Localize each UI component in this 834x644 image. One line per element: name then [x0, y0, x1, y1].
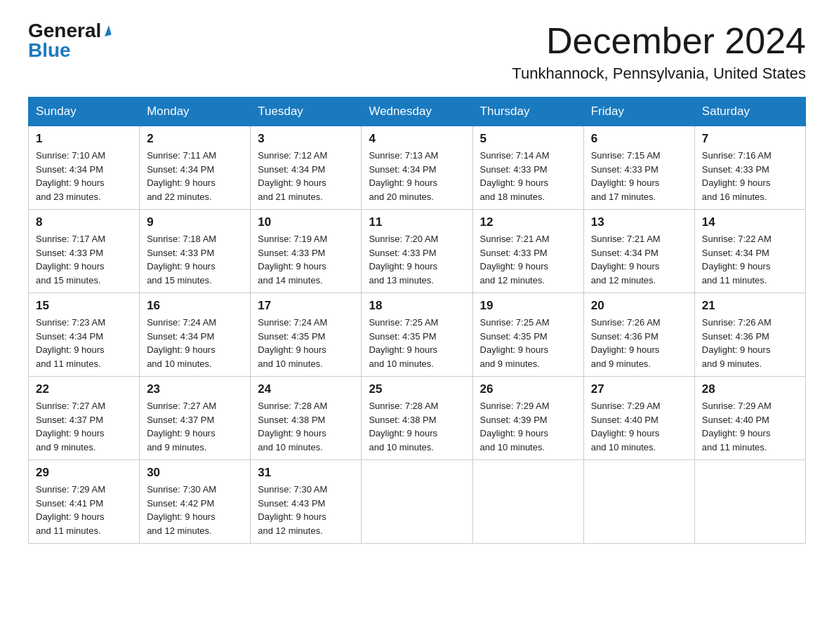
calendar-cell: 31Sunrise: 7:30 AMSunset: 4:43 PMDayligh…: [251, 460, 362, 544]
day-info: Sunrise: 7:16 AMSunset: 4:33 PMDaylight:…: [702, 149, 798, 203]
calendar-cell: 9Sunrise: 7:18 AMSunset: 4:33 PMDaylight…: [140, 210, 251, 293]
calendar-cell: 7Sunrise: 7:16 AMSunset: 4:33 PMDaylight…: [694, 126, 805, 210]
month-title: December 2024: [512, 21, 806, 61]
day-info: Sunrise: 7:23 AMSunset: 4:34 PMDaylight:…: [36, 316, 132, 370]
calendar-cell: 12Sunrise: 7:21 AMSunset: 4:33 PMDayligh…: [472, 210, 583, 293]
calendar-cell: [694, 460, 805, 544]
day-info: Sunrise: 7:12 AMSunset: 4:34 PMDaylight:…: [258, 149, 354, 203]
day-info: Sunrise: 7:27 AMSunset: 4:37 PMDaylight:…: [36, 399, 132, 454]
logo-triangle-icon: [102, 25, 112, 36]
calendar-cell: [583, 460, 694, 544]
logo-general-text: General: [28, 21, 101, 41]
day-number: 7: [702, 132, 798, 146]
weekday-header-wednesday: Wednesday: [362, 98, 472, 126]
week-row-2: 8Sunrise: 7:17 AMSunset: 4:33 PMDaylight…: [29, 210, 806, 293]
weekday-header-friday: Friday: [583, 98, 694, 126]
calendar-cell: 8Sunrise: 7:17 AMSunset: 4:33 PMDaylight…: [29, 210, 140, 293]
logo: General Blue: [28, 21, 110, 60]
calendar-cell: 24Sunrise: 7:28 AMSunset: 4:38 PMDayligh…: [251, 377, 362, 460]
calendar-cell: 30Sunrise: 7:30 AMSunset: 4:42 PMDayligh…: [140, 460, 251, 544]
calendar-cell: 16Sunrise: 7:24 AMSunset: 4:34 PMDayligh…: [140, 293, 251, 377]
calendar-cell: 18Sunrise: 7:25 AMSunset: 4:35 PMDayligh…: [362, 293, 472, 377]
weekday-header-row: SundayMondayTuesdayWednesdayThursdayFrid…: [29, 98, 806, 126]
calendar-cell: 21Sunrise: 7:26 AMSunset: 4:36 PMDayligh…: [694, 293, 805, 377]
day-number: 6: [591, 132, 687, 146]
day-info: Sunrise: 7:29 AMSunset: 4:39 PMDaylight:…: [480, 399, 576, 454]
day-info: Sunrise: 7:17 AMSunset: 4:33 PMDaylight:…: [36, 232, 132, 287]
day-info: Sunrise: 7:10 AMSunset: 4:34 PMDaylight:…: [36, 149, 132, 203]
day-number: 25: [369, 382, 465, 396]
day-info: Sunrise: 7:25 AMSunset: 4:35 PMDaylight:…: [480, 316, 576, 370]
day-info: Sunrise: 7:19 AMSunset: 4:33 PMDaylight:…: [258, 232, 354, 287]
day-info: Sunrise: 7:28 AMSunset: 4:38 PMDaylight:…: [258, 399, 354, 454]
day-info: Sunrise: 7:29 AMSunset: 4:40 PMDaylight:…: [591, 399, 687, 454]
day-number: 4: [369, 132, 465, 146]
day-number: 21: [702, 299, 798, 313]
calendar-cell: 23Sunrise: 7:27 AMSunset: 4:37 PMDayligh…: [140, 377, 251, 460]
day-number: 18: [369, 299, 465, 313]
day-number: 23: [147, 382, 243, 396]
weekday-header-thursday: Thursday: [472, 98, 583, 126]
day-info: Sunrise: 7:18 AMSunset: 4:33 PMDaylight:…: [147, 232, 243, 287]
logo-blue-text: Blue: [28, 41, 71, 60]
day-number: 22: [36, 382, 132, 396]
week-row-1: 1Sunrise: 7:10 AMSunset: 4:34 PMDaylight…: [29, 126, 806, 210]
calendar-cell: 1Sunrise: 7:10 AMSunset: 4:34 PMDaylight…: [29, 126, 140, 210]
day-info: Sunrise: 7:21 AMSunset: 4:33 PMDaylight:…: [480, 232, 576, 287]
day-number: 12: [480, 215, 576, 229]
calendar-cell: 22Sunrise: 7:27 AMSunset: 4:37 PMDayligh…: [29, 377, 140, 460]
day-number: 15: [36, 299, 132, 313]
calendar-cell: 25Sunrise: 7:28 AMSunset: 4:38 PMDayligh…: [362, 377, 472, 460]
calendar-cell: 17Sunrise: 7:24 AMSunset: 4:35 PMDayligh…: [251, 293, 362, 377]
day-info: Sunrise: 7:29 AMSunset: 4:41 PMDaylight:…: [36, 483, 132, 537]
day-number: 11: [369, 215, 465, 229]
week-row-5: 29Sunrise: 7:29 AMSunset: 4:41 PMDayligh…: [29, 460, 806, 544]
calendar-cell: 13Sunrise: 7:21 AMSunset: 4:34 PMDayligh…: [583, 210, 694, 293]
weekday-header-saturday: Saturday: [694, 98, 805, 126]
day-info: Sunrise: 7:14 AMSunset: 4:33 PMDaylight:…: [480, 149, 576, 203]
day-info: Sunrise: 7:24 AMSunset: 4:35 PMDaylight:…: [258, 316, 354, 370]
day-info: Sunrise: 7:22 AMSunset: 4:34 PMDaylight:…: [702, 232, 798, 287]
day-number: 24: [258, 382, 354, 396]
calendar-cell: 20Sunrise: 7:26 AMSunset: 4:36 PMDayligh…: [583, 293, 694, 377]
day-number: 28: [702, 382, 798, 396]
calendar-cell: [472, 460, 583, 544]
calendar-cell: 28Sunrise: 7:29 AMSunset: 4:40 PMDayligh…: [694, 377, 805, 460]
day-number: 17: [258, 299, 354, 313]
day-number: 13: [591, 215, 687, 229]
day-number: 27: [591, 382, 687, 396]
day-info: Sunrise: 7:15 AMSunset: 4:33 PMDaylight:…: [591, 149, 687, 203]
weekday-header-tuesday: Tuesday: [251, 98, 362, 126]
calendar-cell: 14Sunrise: 7:22 AMSunset: 4:34 PMDayligh…: [694, 210, 805, 293]
title-area: December 2024 Tunkhannock, Pennsylvania,…: [512, 21, 806, 83]
week-row-4: 22Sunrise: 7:27 AMSunset: 4:37 PMDayligh…: [29, 377, 806, 460]
day-info: Sunrise: 7:30 AMSunset: 4:43 PMDaylight:…: [258, 483, 354, 537]
day-info: Sunrise: 7:26 AMSunset: 4:36 PMDaylight:…: [591, 316, 687, 370]
day-info: Sunrise: 7:30 AMSunset: 4:42 PMDaylight:…: [147, 483, 243, 537]
day-number: 2: [147, 132, 243, 146]
day-info: Sunrise: 7:29 AMSunset: 4:40 PMDaylight:…: [702, 399, 798, 454]
calendar-table: SundayMondayTuesdayWednesdayThursdayFrid…: [28, 97, 806, 544]
day-info: Sunrise: 7:20 AMSunset: 4:33 PMDaylight:…: [369, 232, 465, 287]
day-info: Sunrise: 7:11 AMSunset: 4:34 PMDaylight:…: [147, 149, 243, 203]
calendar-cell: 3Sunrise: 7:12 AMSunset: 4:34 PMDaylight…: [251, 126, 362, 210]
day-number: 9: [147, 215, 243, 229]
calendar-cell: 11Sunrise: 7:20 AMSunset: 4:33 PMDayligh…: [362, 210, 472, 293]
calendar-cell: [362, 460, 472, 544]
day-number: 5: [480, 132, 576, 146]
calendar-cell: 10Sunrise: 7:19 AMSunset: 4:33 PMDayligh…: [251, 210, 362, 293]
calendar-cell: 2Sunrise: 7:11 AMSunset: 4:34 PMDaylight…: [140, 126, 251, 210]
day-number: 31: [258, 466, 354, 480]
calendar-cell: 26Sunrise: 7:29 AMSunset: 4:39 PMDayligh…: [472, 377, 583, 460]
day-number: 14: [702, 215, 798, 229]
location-title: Tunkhannock, Pennsylvania, United States: [512, 65, 806, 83]
calendar-cell: 6Sunrise: 7:15 AMSunset: 4:33 PMDaylight…: [583, 126, 694, 210]
calendar-cell: 4Sunrise: 7:13 AMSunset: 4:34 PMDaylight…: [362, 126, 472, 210]
day-number: 1: [36, 132, 132, 146]
day-info: Sunrise: 7:13 AMSunset: 4:34 PMDaylight:…: [369, 149, 465, 203]
calendar-cell: 29Sunrise: 7:29 AMSunset: 4:41 PMDayligh…: [29, 460, 140, 544]
day-info: Sunrise: 7:26 AMSunset: 4:36 PMDaylight:…: [702, 316, 798, 370]
day-number: 19: [480, 299, 576, 313]
day-number: 30: [147, 466, 243, 480]
calendar-cell: 19Sunrise: 7:25 AMSunset: 4:35 PMDayligh…: [472, 293, 583, 377]
